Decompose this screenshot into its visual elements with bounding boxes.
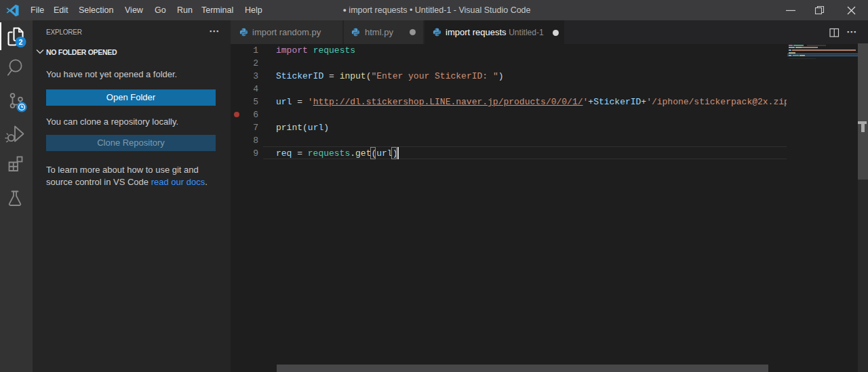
svg-text:2: 2 (19, 38, 23, 46)
